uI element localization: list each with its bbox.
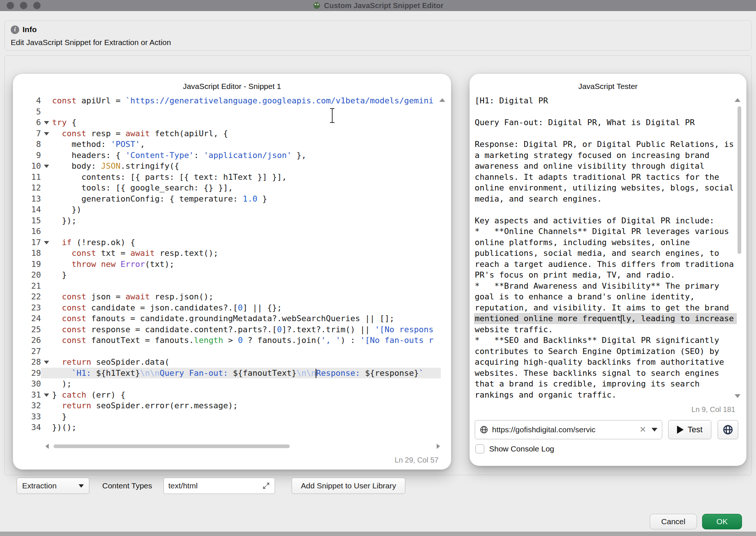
output-line[interactable]: goal is to enhance a brand's online iden… [474,291,737,302]
test-url-combobox[interactable]: https://gofishdigital.com/servic ✕ [475,420,662,439]
scroll-up-arrow-icon[interactable] [735,98,740,102]
output-line[interactable]: online environment, utilizing websites, … [474,182,737,193]
code-line-15[interactable]: 15 }); [20,215,441,226]
output-line[interactable]: awareness and online visibility through … [474,161,737,172]
editor-code-lines[interactable]: 4const apiUrl = `https://generativelangu… [20,95,441,433]
code-line-30[interactable]: 30 ); [20,378,441,389]
code-line-10[interactable]: 10 body: JSON.stringify({ [20,161,441,172]
fold-gutter [41,281,52,292]
fold-toggle-icon[interactable] [41,161,52,172]
code-line-26[interactable]: 26 const fanoutText = fanouts.length > 0… [20,335,441,346]
code-line-31[interactable]: 31} catch (err) { [20,389,441,401]
scroll-left-arrow-icon[interactable] [45,444,49,449]
output-line[interactable] [474,128,737,139]
tester-output-lines[interactable]: [H1: Digital PRQuery Fan-out: Digital PR… [474,95,737,400]
code-line-16[interactable]: 16 [20,226,441,237]
code-line-6[interactable]: 6try { [20,117,441,128]
output-line[interactable]: [H1: Digital PR [474,95,737,106]
code-line-9[interactable]: 9 headers: { 'Content-Type': 'applicatio… [20,150,441,161]
output-line[interactable]: Response: Digital PR, or Digital Public … [474,139,737,150]
code-line-27[interactable]: 27 [20,346,441,357]
code-line-29[interactable]: 29 `H1: ${h1Text}\n\nQuery Fan-out: ${fa… [20,368,441,379]
zoom-button[interactable] [33,2,41,9]
fold-toggle-icon[interactable] [41,237,52,248]
open-in-browser-button[interactable] [718,420,738,439]
output-line[interactable]: website traffic. [474,324,737,335]
code-line-8[interactable]: 8 method: 'POST', [20,139,441,150]
horizontal-scrollbar-thumb[interactable] [54,444,290,448]
code-line-13[interactable]: 13 generationConfig: { temperature: 1.0 … [20,193,441,205]
code-text: const txt = await resp.text(); [52,248,441,259]
code-line-22[interactable]: 22 const json = await resp.json(); [20,291,441,302]
code-line-23[interactable]: 23 const candidate = json.candidates?.[0… [20,302,441,313]
code-line-28[interactable]: 28 return seoSpider.data( [20,357,441,368]
show-console-log-checkbox[interactable] [475,444,484,453]
code-text: }); [52,215,441,226]
code-line-18[interactable]: 18 const txt = await resp.text(); [20,248,441,259]
output-line[interactable]: * **SEO and Backlinks** Digital PR signi… [474,335,737,346]
test-url-input[interactable]: https://gofishdigital.com/servic [492,425,636,434]
output-line[interactable]: online platforms, including websites, on… [474,237,737,248]
code-line-12[interactable]: 12 tools: [{ google_search: {} }], [20,182,441,193]
output-line[interactable]: that a brand is credible, improving its … [474,378,737,389]
clear-url-icon[interactable]: ✕ [639,425,646,434]
output-line[interactable]: websites. These backlinks signal to sear… [474,368,737,379]
url-dropdown-caret-icon[interactable] [652,428,657,432]
fold-toggle-icon[interactable] [41,128,52,139]
line-number: 9 [20,150,41,161]
output-line[interactable]: Key aspects and activities of Digital PR… [474,215,737,226]
output-line[interactable]: a marketing strategy focused on increasi… [474,150,737,161]
scroll-up-arrow-icon[interactable] [439,98,445,102]
output-line[interactable]: mentioned online more frequently, leadin… [474,313,737,324]
code-line-32[interactable]: 32 return seoSpider.error(err.message); [20,400,441,411]
fold-gutter [41,368,52,379]
output-line[interactable]: PR's focus on print media, TV, and radio… [474,269,737,281]
vertical-scrollbar-thumb[interactable] [738,106,741,254]
output-line[interactable]: rankings and organic traffic. [474,389,737,401]
output-line[interactable] [474,106,737,117]
test-button[interactable]: Test [668,420,711,439]
code-line-body: const candidate = json.candidates?.[0] |… [41,302,441,313]
output-line[interactable]: publications, social media, and search e… [474,248,737,259]
add-snippet-to-user-library-button[interactable]: Add Snippet to User Library [292,478,405,494]
code-line-17[interactable]: 17 if (!resp.ok) { [20,237,441,248]
expand-icon[interactable] [262,482,270,490]
fold-toggle-icon[interactable] [41,389,52,401]
fold-gutter [41,182,52,193]
output-line[interactable]: reputation, and visibility. It aims to g… [474,302,737,313]
code-line-19[interactable]: 19 throw new Error(txt); [20,259,441,270]
code-line-33[interactable]: 33 } [20,411,441,422]
line-number: 18 [20,248,41,259]
fold-toggle-icon[interactable] [41,117,52,128]
output-line[interactable] [474,204,737,215]
code-line-24[interactable]: 24 const fanouts = candidate.groundingMe… [20,313,441,324]
code-line-7[interactable]: 7 const resp = await fetch(apiUrl, { [20,128,441,139]
cancel-button[interactable]: Cancel [650,514,697,529]
output-line[interactable]: media, and search engines. [474,193,737,205]
code-line-20[interactable]: 20 } [20,269,441,281]
scroll-right-arrow-icon[interactable] [437,444,440,449]
minimize-button[interactable] [20,2,27,9]
code-line-11[interactable]: 11 contents: [{ parts: [{ text: h1Text }… [20,172,441,183]
code-line-5[interactable]: 5 [20,106,441,117]
snippet-mode-dropdown[interactable]: Extraction [17,478,89,494]
output-line[interactable]: * **Online Channels** Digital PR leverag… [474,226,737,237]
output-line[interactable]: reach a target audience. This differs fr… [474,259,737,270]
code-line-4[interactable]: 4const apiUrl = `https://generativelangu… [20,95,441,106]
output-line[interactable]: acquiring high-quality backlinks from au… [474,357,737,368]
output-line[interactable]: * **Brand Awareness and Visibility** The… [474,281,737,292]
close-button[interactable] [7,2,14,9]
horizontal-scrollbar[interactable] [45,444,440,449]
ok-button[interactable]: OK [702,514,742,529]
code-line-21[interactable]: 21 [20,281,441,292]
code-line-14[interactable]: 14 }) [20,204,441,215]
output-line[interactable]: Query Fan-out: Digital PR, What is Digit… [474,117,737,128]
output-line[interactable]: channels. It adapts traditional PR tacti… [474,172,737,183]
code-line-25[interactable]: 25 const response = candidate.content?.p… [20,324,441,335]
scroll-down-arrow-icon[interactable] [735,394,740,398]
fold-toggle-icon[interactable] [41,357,52,368]
code-line-34[interactable]: 34})(); [20,422,441,433]
output-line[interactable]: contributes to Search Engine Optimizatio… [474,346,737,357]
content-type-field[interactable]: text/html [164,478,275,494]
fold-gutter [41,193,52,205]
